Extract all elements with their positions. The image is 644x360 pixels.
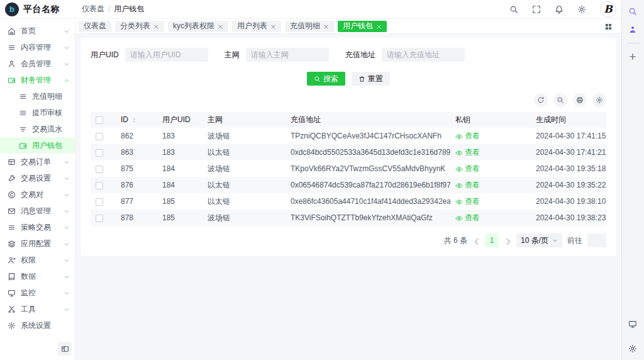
chevron-down-icon	[64, 157, 70, 166]
row-checkbox[interactable]	[96, 182, 103, 189]
close-icon[interactable]	[218, 22, 223, 31]
sidebar-item-label: 数据	[21, 271, 64, 282]
sidebar-item-13[interactable]: 工具	[0, 301, 75, 317]
chevron-down-icon	[552, 236, 558, 245]
cell-uid: 185	[157, 193, 203, 210]
bell-icon[interactable]	[555, 5, 564, 14]
filter-input-2[interactable]	[382, 48, 465, 62]
select-all-checkbox[interactable]	[96, 116, 103, 124]
rail-monitor-icon[interactable]	[628, 319, 638, 329]
sidebar-item-5[interactable]: 交易设置	[0, 170, 75, 186]
next-page-button[interactable]	[504, 237, 511, 244]
cell-uid: 183	[157, 144, 203, 160]
view-private-key-link[interactable]: 查看	[455, 196, 480, 207]
sidebar-item-label: 财务管理	[21, 75, 64, 86]
sidebar-item-6[interactable]: 交易对	[0, 186, 75, 203]
goto-page-input[interactable]	[587, 233, 606, 247]
table-toolbar-printer-icon[interactable]	[573, 93, 587, 107]
sidebar-collapse-button[interactable]	[58, 342, 72, 356]
sidebar-item-2[interactable]: 会员管理	[0, 55, 75, 72]
tab-2[interactable]: kyc列表权限	[168, 21, 228, 32]
cell-address: 0xdc84bcd5502533a3645d13defd3c1e316d7894…	[286, 144, 450, 160]
sidebar-item-label: 交易订单	[21, 157, 64, 167]
row-checkbox[interactable]	[96, 166, 103, 173]
sidebar-subitem-3-2[interactable]: 交易流水	[0, 121, 75, 137]
table-toolbar-search-icon[interactable]	[553, 93, 567, 107]
sidebar-item-12[interactable]: 监控	[0, 284, 75, 301]
sort-icon[interactable]	[128, 115, 138, 124]
breadcrumb-item-current: 用户钱包	[114, 4, 144, 14]
search-button-label: 搜索	[323, 74, 338, 84]
cell-network: 波场链	[203, 210, 286, 226]
cell-id: 862	[116, 128, 157, 144]
sidebar-item-3[interactable]: 财务管理	[0, 72, 75, 88]
sidebar-item-label: 内容管理	[21, 42, 64, 53]
reset-button[interactable]: 重置	[352, 72, 390, 86]
sidebar-subitem-3-0[interactable]: 充值明细	[0, 88, 75, 104]
rail-gear-icon[interactable]	[628, 344, 638, 354]
page-size-select[interactable]: 10 条/页	[516, 233, 562, 247]
prev-page-button[interactable]	[472, 237, 480, 244]
app-logo[interactable]: b 平台名称	[5, 3, 75, 16]
tab-5[interactable]: 用户钱包	[338, 21, 387, 32]
view-private-key-link[interactable]: 查看	[455, 131, 480, 142]
reset-icon	[358, 74, 365, 83]
rail-plus-icon[interactable]	[628, 52, 638, 62]
tab-3[interactable]: 用户列表	[232, 21, 281, 32]
breadcrumb-item-dashboard[interactable]: 仪表盘	[82, 4, 104, 14]
tab-label: 充值明细	[290, 21, 320, 31]
sidebar-item-11[interactable]: 数据	[0, 268, 75, 284]
eye-icon	[455, 181, 463, 189]
column-header-0[interactable]: ID	[116, 112, 157, 128]
column-header-5: 生成时间	[531, 112, 606, 128]
sidebar-item-1[interactable]: 内容管理	[0, 39, 75, 55]
chevron-down-icon	[64, 256, 70, 264]
close-icon[interactable]	[323, 22, 329, 31]
cell-address: 0xe86fc43605a44710c1f4af414dded3a29342ea…	[286, 193, 450, 210]
filter-input-1[interactable]	[246, 48, 329, 62]
sidebar-item-9[interactable]: 应用配置	[0, 235, 75, 252]
sidebar-item-8[interactable]: 策略交易	[0, 219, 75, 235]
close-icon[interactable]	[376, 22, 382, 31]
rail-person-icon[interactable]	[628, 25, 638, 35]
sidebar-subitem-3-1[interactable]: 提币审核	[0, 104, 75, 121]
view-private-key-link[interactable]: 查看	[455, 213, 480, 223]
row-checkbox[interactable]	[96, 215, 103, 222]
search-icon[interactable]	[509, 5, 518, 14]
sidebar-item-0[interactable]: 首页	[0, 23, 75, 39]
page-background: 用户UID主网充值地址 搜索 重置	[75, 34, 621, 360]
view-private-key-link[interactable]: 查看	[455, 147, 480, 158]
close-icon[interactable]	[153, 22, 159, 31]
cell-id: 876	[116, 177, 157, 193]
tab-1[interactable]: 分类列表	[115, 21, 164, 32]
filter-group-0: 用户UID	[91, 48, 208, 62]
table-toolbar-gear-icon[interactable]	[592, 93, 606, 107]
cell-id: 863	[116, 144, 157, 160]
sidebar-item-14[interactable]: 系统设置	[0, 317, 75, 334]
cell-time: 2024-04-30 19:35:22	[531, 177, 606, 193]
close-icon[interactable]	[270, 22, 276, 31]
gear-icon[interactable]	[577, 5, 586, 14]
tab-4[interactable]: 充值明细	[285, 21, 334, 32]
fullscreen-icon[interactable]	[532, 5, 541, 14]
row-checkbox[interactable]	[96, 149, 103, 157]
page-number-1[interactable]: 1	[485, 233, 499, 247]
search-button[interactable]: 搜索	[307, 72, 345, 86]
row-checkbox[interactable]	[96, 133, 103, 140]
tab-0[interactable]: 仪表盘	[79, 21, 111, 32]
user-avatar[interactable]: B	[600, 1, 616, 18]
tab-label: 用户钱包	[343, 21, 373, 31]
sidebar-subitem-3-3[interactable]: 用户钱包	[0, 137, 75, 154]
table-toolbar-refresh-icon[interactable]	[534, 93, 548, 107]
sidebar-item-10[interactable]: 权限	[0, 252, 75, 268]
row-checkbox[interactable]	[96, 198, 103, 206]
tab-layout-button[interactable]	[604, 21, 613, 30]
cell-uid: 183	[157, 128, 203, 144]
rail-search-icon[interactable]	[628, 6, 638, 16]
view-private-key-link[interactable]: 查看	[455, 164, 480, 174]
view-private-key-link[interactable]: 查看	[455, 180, 480, 191]
sidebar-item-7[interactable]: 消息管理	[0, 203, 75, 219]
tab-label: 用户列表	[237, 21, 267, 31]
filter-input-0[interactable]	[125, 48, 208, 62]
sidebar-item-4[interactable]: 交易订单	[0, 154, 75, 170]
